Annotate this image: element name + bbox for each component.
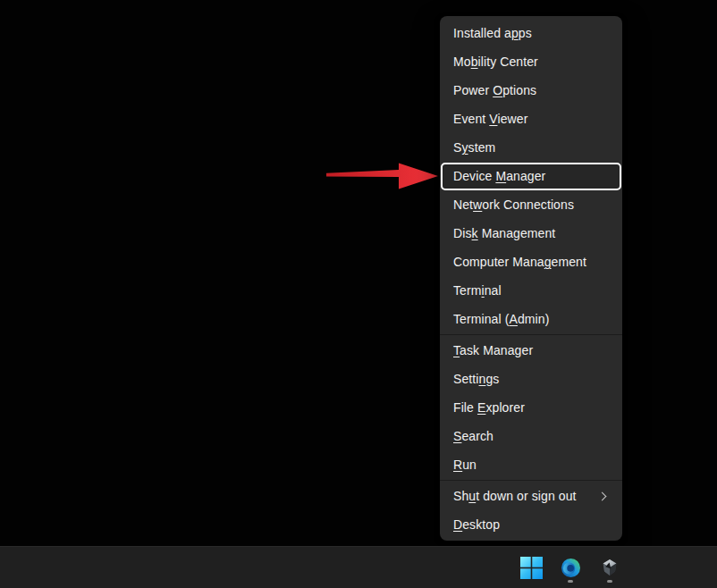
menu-item-terminal[interactable]: Terminal [440,276,622,305]
menu-item-label: Run [453,450,477,479]
menu-item-label: Terminal [453,276,502,305]
menu-item-label: Disk Management [453,219,555,248]
menu-item-label: Network Connections [453,190,574,219]
menu-item-label: Settings [453,365,499,393]
menu-item-settings[interactable]: Settings [440,365,622,393]
chevron-right-icon [598,491,607,500]
menu-item-computer-management[interactable]: Computer Management [440,248,622,276]
menu-item-network-connections[interactable]: Network Connections [440,190,622,219]
menu-item-system[interactable]: System [440,133,622,162]
menu-item-label: System [453,133,495,162]
menu-item-label: Terminal (Admin) [453,305,549,333]
menu-item-run[interactable]: Run [440,450,622,479]
menu-item-disk-management[interactable]: Disk Management [440,219,622,248]
taskbar [0,546,717,588]
menu-item-search[interactable]: Search [440,422,622,450]
menu-item-label: Mobility Center [453,47,538,76]
menu-item-label: Power Options [453,76,536,105]
menu-item-label: Installed apps [453,19,532,47]
menu-separator [440,334,622,335]
menu-item-label: Event Viewer [453,105,527,133]
microsoft-edge-icon [561,559,580,577]
menu-item-label: Shut down or sign out [453,482,577,510]
menu-item-desktop[interactable]: Desktop [440,510,622,539]
menu-item-device-manager[interactable]: Device Manager [440,162,622,190]
menu-item-power-options[interactable]: Power Options [440,76,622,105]
winx-quick-link-menu: Installed appsMobility CenterPower Optio… [440,16,622,541]
menu-item-label: Device Manager [453,162,545,190]
windows-start-icon [520,557,543,579]
menu-item-installed-apps[interactable]: Installed apps [440,19,622,47]
menu-item-label: Task Manager [453,336,533,365]
gem-app-taskbar-button[interactable] [595,550,625,584]
menu-item-event-viewer[interactable]: Event Viewer [440,105,622,133]
menu-item-label: Desktop [453,510,500,539]
menu-item-task-manager[interactable]: Task Manager [440,336,622,365]
menu-item-mobility-center[interactable]: Mobility Center [440,47,622,76]
menu-separator [440,480,622,481]
gem-app-icon [601,559,619,576]
menu-item-label: File Explorer [453,393,525,422]
running-indicator [607,580,612,583]
menu-item-label: Computer Management [453,248,586,276]
menu-item-label: Search [453,422,493,450]
edge-taskbar-button[interactable] [555,550,586,584]
annotation-arrow-icon [313,156,447,197]
start-button[interactable] [516,550,546,584]
menu-item-shut-down-or-sign-out[interactable]: Shut down or sign out [440,482,622,510]
running-indicator [568,580,573,583]
desktop: Installed appsMobility CenterPower Optio… [0,0,717,588]
menu-item-file-explorer[interactable]: File Explorer [440,393,622,422]
menu-item-terminal-admin[interactable]: Terminal (Admin) [440,305,622,333]
